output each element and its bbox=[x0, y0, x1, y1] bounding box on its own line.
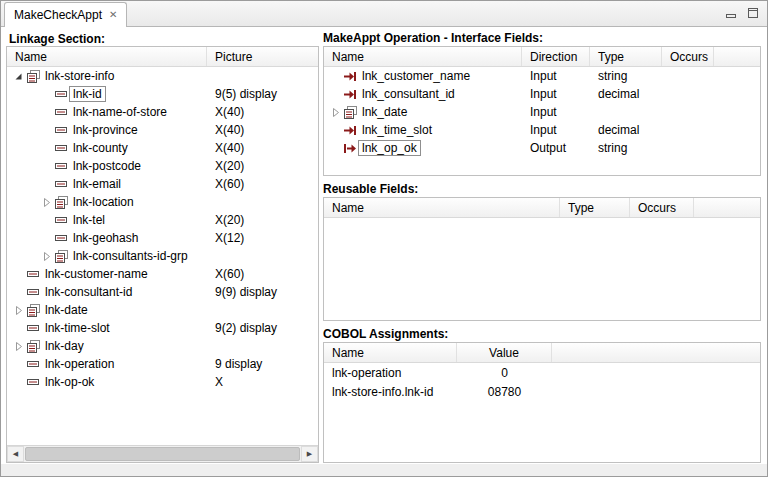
item-label[interactable]: lnk-day bbox=[41, 338, 88, 354]
column-header-type[interactable]: Type bbox=[590, 47, 662, 66]
value-cell: X(40) bbox=[207, 123, 318, 137]
horizontal-scrollbar[interactable]: ◀ ▶ bbox=[7, 445, 318, 462]
column-header-name[interactable]: Name bbox=[324, 343, 457, 362]
item-label[interactable]: lnk-id bbox=[69, 86, 106, 102]
tree-row-lnk-store-info[interactable]: lnk-store-info bbox=[7, 67, 318, 85]
value-cell: X(60) bbox=[207, 267, 318, 281]
value-cell: 0 bbox=[457, 366, 552, 380]
tree-row-lnk_consultant_id[interactable]: lnk_consultant_idInputdecimal bbox=[324, 85, 760, 103]
tree-row-lnk-id[interactable]: lnk-id9(5) display bbox=[7, 85, 318, 103]
scrollbar-thumb[interactable] bbox=[25, 447, 300, 461]
tree-row-lnk-date[interactable]: lnk-date bbox=[7, 301, 318, 319]
tree-row-lnk-postcode[interactable]: lnk-postcodeX(20) bbox=[7, 157, 318, 175]
table-row-lnk-store-info.lnk-id[interactable]: lnk-store-info.lnk-id08780 bbox=[324, 382, 760, 401]
item-label[interactable]: lnk-email bbox=[69, 176, 125, 192]
collapsed-arrow-icon[interactable] bbox=[39, 251, 53, 262]
item-label[interactable]: lnk-postcode bbox=[69, 158, 145, 174]
item-label[interactable]: lnk-customer-name bbox=[41, 266, 152, 282]
collapsed-arrow-icon[interactable] bbox=[11, 341, 25, 352]
tree-row-lnk_customer_name[interactable]: lnk_customer_nameInputstring bbox=[324, 67, 760, 85]
tree-row-lnk-province[interactable]: lnk-provinceX(40) bbox=[7, 121, 318, 139]
tree-row-lnk-name-of-store[interactable]: lnk-name-of-storeX(40) bbox=[7, 103, 318, 121]
column-header-type[interactable]: Type bbox=[560, 198, 630, 217]
tree-row-lnk-geohash[interactable]: lnk-geohashX(12) bbox=[7, 229, 318, 247]
tree-row-lnk-time-slot[interactable]: lnk-time-slot9(2) display bbox=[7, 319, 318, 337]
name-cell: lnk_consultant_id bbox=[324, 85, 522, 103]
item-label[interactable]: lnk_time_slot bbox=[358, 122, 436, 138]
item-label[interactable]: lnk_op_ok bbox=[358, 140, 421, 156]
item-label[interactable]: lnk-tel bbox=[69, 212, 109, 228]
name-cell: lnk-email bbox=[7, 175, 207, 193]
tree-row-lnk-email[interactable]: lnk-emailX(60) bbox=[7, 175, 318, 193]
tab-close-icon[interactable]: ✕ bbox=[109, 10, 117, 20]
value-cell: 08780 bbox=[457, 385, 552, 399]
value-cell: Input bbox=[522, 105, 590, 119]
field-icon bbox=[53, 234, 69, 243]
tree-row-lnk-location[interactable]: lnk-location bbox=[7, 193, 318, 211]
name-cell: lnk-name-of-store bbox=[7, 103, 207, 121]
item-label[interactable]: lnk-operation bbox=[41, 356, 118, 372]
column-header-name[interactable]: Name bbox=[324, 47, 522, 66]
tree-row-lnk-day[interactable]: lnk-day bbox=[7, 337, 318, 355]
tree-row-lnk_date[interactable]: lnk_dateInput bbox=[324, 103, 760, 121]
name-cell: lnk-consultant-id bbox=[7, 283, 207, 301]
field-icon bbox=[53, 108, 69, 117]
item-label[interactable]: lnk-name-of-store bbox=[69, 104, 171, 120]
group-icon bbox=[25, 340, 41, 353]
item-label[interactable]: lnk-time-slot bbox=[41, 320, 114, 336]
tree-row-lnk-tel[interactable]: lnk-telX(20) bbox=[7, 211, 318, 229]
collapsed-arrow-icon[interactable] bbox=[328, 107, 342, 118]
collapsed-arrow-icon[interactable] bbox=[39, 197, 53, 208]
item-label[interactable]: lnk-consultants-id-grp bbox=[69, 248, 192, 264]
item-label[interactable]: lnk-geohash bbox=[69, 230, 142, 246]
item-label[interactable]: lnk-consultant-id bbox=[41, 284, 136, 300]
minimize-icon[interactable] bbox=[724, 6, 738, 20]
column-header-value[interactable]: Value bbox=[457, 343, 552, 362]
column-header-occurs[interactable]: Occurs bbox=[662, 47, 714, 66]
scroll-left-icon[interactable]: ◀ bbox=[7, 446, 24, 462]
value-cell: lnk-store-info.lnk-id bbox=[324, 385, 457, 399]
column-header-occurs[interactable]: Occurs bbox=[630, 198, 694, 217]
name-cell: lnk-postcode bbox=[7, 157, 207, 175]
value-cell: X(60) bbox=[207, 177, 318, 191]
item-label[interactable]: lnk-county bbox=[69, 140, 132, 156]
column-header-name[interactable]: Name bbox=[7, 47, 207, 66]
group-icon bbox=[53, 196, 69, 209]
item-label[interactable]: lnk-province bbox=[69, 122, 142, 138]
column-header-direction[interactable]: Direction bbox=[522, 47, 590, 66]
value-cell: lnk-operation bbox=[324, 366, 457, 380]
reusable-fields-title: Reusable Fields: bbox=[323, 182, 418, 196]
tree-row-lnk-customer-name[interactable]: lnk-customer-nameX(60) bbox=[7, 265, 318, 283]
field-icon bbox=[25, 270, 41, 279]
item-label[interactable]: lnk-location bbox=[69, 194, 138, 210]
collapsed-arrow-icon[interactable] bbox=[11, 305, 25, 316]
item-label[interactable]: lnk-date bbox=[41, 302, 92, 318]
name-cell: lnk-county bbox=[7, 139, 207, 157]
value-cell: X bbox=[207, 375, 318, 389]
item-label[interactable]: lnk_customer_name bbox=[358, 68, 474, 84]
value-cell: X(12) bbox=[207, 231, 318, 245]
item-label[interactable]: lnk_date bbox=[358, 104, 411, 120]
item-label[interactable]: lnk-op-ok bbox=[41, 374, 98, 390]
field-icon bbox=[53, 162, 69, 171]
tree-row-lnk_time_slot[interactable]: lnk_time_slotInputdecimal bbox=[324, 121, 760, 139]
tree-row-lnk-operation[interactable]: lnk-operation9 display bbox=[7, 355, 318, 373]
tab-makecheckappt[interactable]: MakeCheckAppt ✕ bbox=[4, 2, 127, 27]
value-cell: 9(5) display bbox=[207, 87, 318, 101]
tree-row-lnk_op_ok[interactable]: lnk_op_okOutputstring bbox=[324, 139, 760, 157]
scroll-right-icon[interactable]: ▶ bbox=[301, 446, 318, 462]
maximize-icon[interactable] bbox=[746, 6, 760, 20]
interface-fields-table: NameDirectionTypeOccurs lnk_customer_nam… bbox=[323, 46, 761, 176]
column-header-name[interactable]: Name bbox=[324, 198, 560, 217]
item-label[interactable]: lnk-store-info bbox=[41, 68, 118, 84]
tree-row-lnk-op-ok[interactable]: lnk-op-okX bbox=[7, 373, 318, 391]
expanded-arrow-icon[interactable] bbox=[11, 71, 25, 82]
tree-row-lnk-consultant-id[interactable]: lnk-consultant-id9(9) display bbox=[7, 283, 318, 301]
interface-table-body: lnk_customer_nameInputstringlnk_consulta… bbox=[324, 67, 760, 157]
item-label[interactable]: lnk_consultant_id bbox=[358, 86, 459, 102]
table-row-lnk-operation[interactable]: lnk-operation0 bbox=[324, 363, 760, 382]
tree-row-lnk-county[interactable]: lnk-countyX(40) bbox=[7, 139, 318, 157]
value-cell: X(20) bbox=[207, 159, 318, 173]
column-header-picture[interactable]: Picture bbox=[207, 47, 318, 66]
tree-row-lnk-consultants-id-grp[interactable]: lnk-consultants-id-grp bbox=[7, 247, 318, 265]
